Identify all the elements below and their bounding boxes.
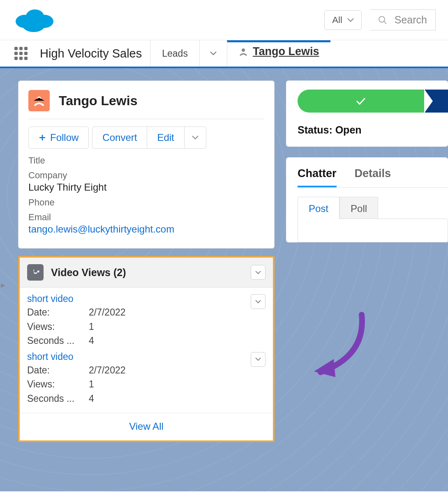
post-input[interactable]	[298, 219, 448, 242]
chevron-down-icon	[255, 271, 261, 274]
search-icon	[378, 16, 387, 25]
chevron-down-icon	[210, 51, 217, 56]
scope-label: All	[332, 15, 342, 25]
chevron-down-icon	[192, 136, 199, 140]
more-actions-button[interactable]	[185, 127, 206, 149]
related-list-video-views: Video Views (2) short video Date:2/7/202…	[18, 256, 275, 442]
related-item-actions[interactable]	[251, 294, 266, 309]
chatter-card: Chatter Details Post Poll	[286, 157, 448, 242]
search-scope-picker[interactable]: All	[324, 10, 361, 30]
field-label-title: Title	[28, 155, 264, 166]
subtab-poll[interactable]: Poll	[339, 197, 378, 219]
lead-record-icon	[28, 90, 50, 111]
lead-icon	[239, 47, 248, 56]
view-all-link[interactable]: View All	[20, 413, 273, 440]
related-body: short video Date:2/7/2022 Views:1 Second…	[20, 288, 273, 409]
salesforce-logo[interactable]	[12, 5, 58, 35]
related-item: short video Date:2/7/2022 Views:1 Second…	[27, 351, 266, 409]
app-name: High Velocity Sales	[40, 47, 142, 60]
status-label: Status: Open	[298, 124, 448, 136]
path-stage-complete[interactable]	[298, 90, 448, 113]
tab-details[interactable]: Details	[355, 167, 391, 187]
chevron-down-icon	[255, 300, 261, 304]
field-value-company: Lucky Thirty Eight	[28, 182, 264, 193]
tab-chatter[interactable]: Chatter	[298, 167, 337, 187]
field-label-phone: Phone	[28, 197, 264, 208]
related-actions-button[interactable]	[251, 265, 266, 280]
related-item-actions[interactable]	[251, 352, 266, 367]
subtab-post[interactable]: Post	[298, 197, 339, 219]
nav-object-dropdown[interactable]	[199, 40, 227, 67]
nav-record-tab-tango[interactable]: Tango Lewis	[227, 40, 331, 67]
lead-highlights-card: Tango Lewis Follow Convert Edit Title Co…	[18, 81, 275, 249]
chevron-down-icon	[347, 18, 354, 22]
svg-point-6	[242, 48, 245, 52]
global-search[interactable]: Search	[370, 9, 436, 30]
field-label-company: Company	[28, 170, 264, 181]
svg-point-4	[379, 16, 385, 22]
check-icon	[356, 97, 366, 105]
path-card: Status: Open	[286, 81, 448, 147]
nav-object-leads[interactable]: Leads	[150, 40, 199, 67]
plus-icon	[39, 134, 46, 141]
related-item-title[interactable]: short video	[27, 293, 266, 304]
app-launcher-icon[interactable]	[14, 47, 28, 60]
related-item: short video Date:2/7/2022 Views:1 Second…	[27, 293, 266, 351]
field-label-email: Email	[28, 212, 264, 223]
svg-line-5	[384, 21, 386, 24]
wrench-icon	[27, 264, 44, 281]
follow-button[interactable]: Follow	[28, 127, 89, 149]
search-placeholder: Search	[395, 14, 427, 26]
related-item-title[interactable]: short video	[27, 351, 266, 362]
svg-point-3	[22, 17, 45, 32]
related-title[interactable]: Video Views (2)	[51, 267, 243, 279]
field-value-email[interactable]: tango.lewis@luckythirtyeight.com	[28, 223, 264, 235]
convert-button[interactable]: Convert	[92, 127, 147, 149]
edit-button[interactable]: Edit	[147, 127, 184, 149]
chevron-down-icon	[255, 357, 261, 361]
lead-name: Tango Lewis	[59, 93, 137, 108]
expand-handle[interactable]: ▶	[1, 282, 5, 288]
